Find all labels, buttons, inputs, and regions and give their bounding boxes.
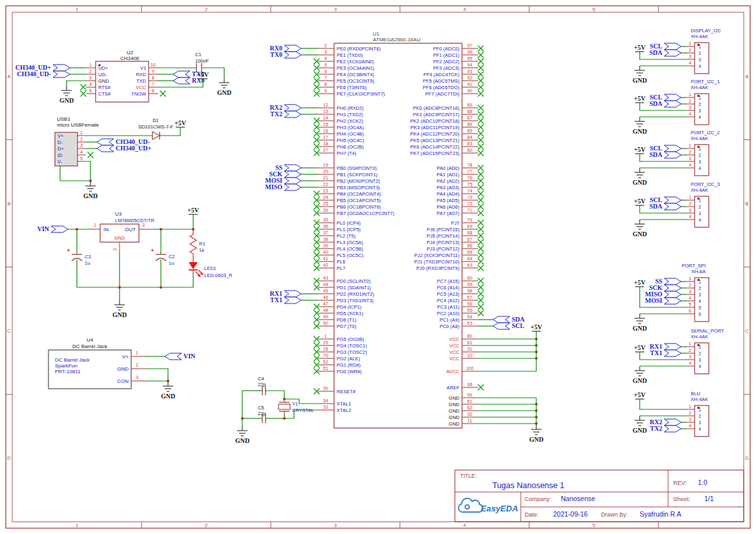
net-flag-label: CH340_UD+ (116, 145, 151, 152)
connector-port_i2c_2[interactable]: PORT_I2C_2XH-4AK11223344SCLSDA+5VGND (633, 130, 720, 186)
net-flag-label: MISO (265, 183, 282, 190)
pin-name: PL7 (337, 265, 345, 271)
pin-number-inside: 4 (698, 64, 701, 68)
pin-name: PA4 (AD4) (437, 191, 460, 197)
component-u2-ch340e[interactable]: U2CH340E1UD+CH340_UD+2UD-CH340_UD-3GNDGN… (16, 50, 231, 104)
pin-number: 2 (112, 248, 117, 251)
pin-number: 3 (136, 375, 138, 380)
connector-port_i2c_1[interactable]: PORT_I2C_1XH-4AK11223344SCLSDA+5VGND (633, 79, 720, 135)
pin-name: PH7 (T4) (337, 150, 357, 156)
pin-number: 64 (467, 256, 472, 261)
connector-port_spi[interactable]: PORT_SPIXH-6A112233445566SSSCKMISOMOSI+5… (633, 263, 709, 332)
pin-name: PA5 (AD5) (437, 198, 460, 203)
pin-name: PL2 (T5) (337, 233, 356, 239)
gnd-label: GND (633, 77, 647, 84)
pin-number-inside: 1 (698, 198, 701, 203)
net-flag-icon (284, 184, 301, 190)
pin-number: 3 (689, 208, 691, 212)
gnd-label: GND (633, 231, 647, 238)
pin-name: PD0 (SCLINT0) (337, 278, 371, 284)
pin-number: 3 (689, 54, 691, 59)
pin-number-inside: 3 (698, 57, 701, 62)
pin-number: 33 (323, 405, 328, 409)
p5v-label: +5V (174, 119, 187, 127)
pin-number: 1 (324, 334, 327, 338)
pin-name: PB3 (MISOPCINT3) (337, 185, 381, 190)
ref-designator: U3 (115, 211, 122, 217)
pin-number: 3 (324, 50, 327, 54)
part-description: DC Barrel Jack (55, 357, 90, 363)
component-u3-regulator[interactable]: U3LM78M05CDT/TRINOUTGND132VIN+5V+C31u+C2… (37, 207, 233, 318)
part-value: 22p (258, 382, 266, 387)
component-usb1[interactable]: USB1micro USBFemale1V+2D-CH340_UD-3D+CH3… (55, 116, 187, 200)
pin-name: PL4 (OC5B) (337, 246, 363, 252)
connector-body (695, 278, 709, 322)
pin-name: PK7 (ADC15PCINT23) (410, 150, 460, 156)
pin-number: 89 (467, 103, 472, 107)
connector-serial_port[interactable]: SERIAL_PORTXH-4AK11223344RX1TX1+5VGND (633, 328, 724, 384)
pin-name: PB6 (OC1BPCINT6) (337, 204, 381, 210)
pin-number: 4 (689, 61, 691, 65)
pin-number: 61 (467, 340, 472, 345)
wire (67, 81, 86, 86)
pin-number-inside: 4 (698, 427, 701, 431)
col-label-bottom: 5 (593, 522, 596, 528)
pin-number: 75 (467, 182, 472, 187)
pin-name: PF2 (ADC2) (433, 59, 459, 65)
col-label-top: 3 (334, 6, 337, 12)
pin-name: PK5 (ADC13PCINT21) (410, 138, 460, 143)
schematic-canvas: 1122334455AABBCCDDTITLE:Tugas Nanosense … (0, 0, 756, 534)
connector-part: XH-4AK (691, 85, 708, 90)
pin-number: 76 (467, 176, 472, 180)
pin-number: 13 (323, 109, 328, 114)
net-flag-label: MOSI (645, 297, 662, 304)
ref-designator: LED1 (204, 265, 216, 271)
connector-body (695, 145, 709, 176)
pin-number: 17 (323, 135, 328, 139)
pin-number: 74 (467, 189, 472, 193)
row-label-left: C (7, 328, 11, 334)
pin-number: 52 (323, 360, 328, 364)
date-value: 2021-09-16 (553, 510, 588, 518)
pin-name: PD2 (RXD1INT2) (337, 291, 374, 297)
pin-name: PA2 (AD2) (437, 178, 460, 184)
pin-number: 82 (467, 148, 472, 152)
net-flag-icon (664, 278, 681, 285)
pin-name: RESET# (337, 389, 356, 395)
pin-number: 34 (323, 398, 328, 403)
col-label-bottom: 1 (76, 522, 79, 528)
gnd-label: GND (633, 179, 647, 186)
junction-dot (241, 417, 244, 420)
col-label-bottom: 4 (463, 522, 467, 528)
component-u4-barrel-jack[interactable]: U4DC Barrel JackDC Barrel JackSparkFunPR… (48, 337, 196, 400)
connector-blu[interactable]: BLUXH-4AK11223344RX2TX2+5VGND (633, 391, 709, 436)
net-flag-icon (664, 291, 681, 298)
net-flag-icon (53, 65, 70, 71)
net-flag-icon (284, 111, 301, 118)
part-value: LED-0603_R (204, 272, 233, 278)
connector-display_i2c[interactable]: DISPLAY_I2CXH-4AK11223344SCLSDA+5VGND (633, 28, 722, 84)
pin-number: 32 (467, 412, 472, 416)
pin-name: PG1 (RD#) (337, 362, 361, 368)
p5v-label: +5V (634, 344, 646, 351)
pin-number: 42 (323, 263, 328, 267)
pin-name: PF4 (ADC4TCK) (423, 72, 459, 77)
gnd-label: GND (633, 128, 647, 135)
component-u1-atmega2560[interactable]: U1ATMEGA2560-16AU2PE0 (RXD0PCINT8)RX03PE… (235, 31, 543, 444)
pin-number: 3 (689, 417, 691, 422)
pin-number: 28 (323, 347, 328, 351)
pin-number-inside: 3 (698, 211, 701, 216)
net-flag-icon (51, 226, 68, 232)
p5v-label: +5V (634, 279, 646, 286)
pin-name: PJ3 (PCINT12) (426, 246, 459, 252)
pin-name: UD- (98, 72, 107, 77)
pin-number: 98 (467, 382, 472, 387)
pin-number: 8 (324, 82, 327, 87)
pin-number: 14 (323, 116, 328, 120)
pin-number: 10 (151, 63, 156, 67)
pin-name: GND (114, 235, 125, 241)
pin-name: IN (103, 227, 109, 232)
pin-number: 1 (689, 195, 691, 200)
connector-port_i2c_3[interactable]: PORT_I2C_3XH-4AK11223344SCLSDA+5VGND (633, 181, 720, 238)
pin-name: PH6 (OC2B) (337, 144, 364, 150)
